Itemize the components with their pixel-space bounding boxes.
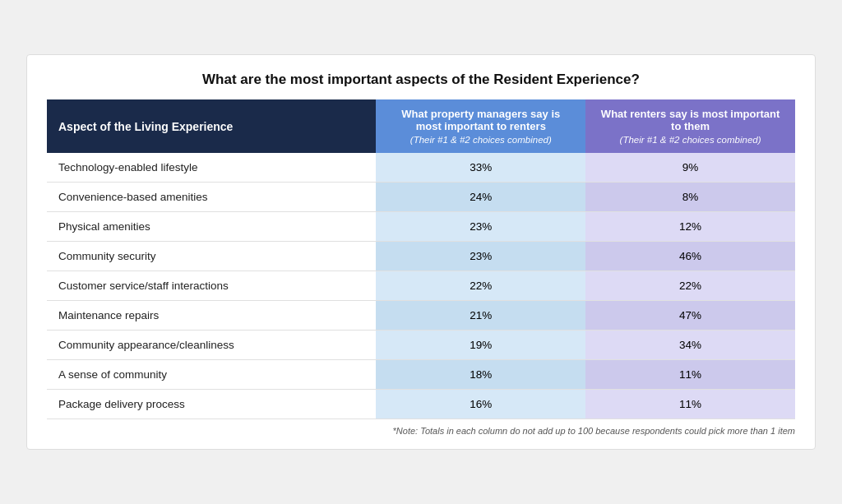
col2-header: What property managers say is most impor… bbox=[376, 99, 585, 153]
aspect-cell: Technology-enabled lifestyle bbox=[47, 153, 376, 183]
table-row: Technology-enabled lifestyle 33% 9% bbox=[47, 153, 795, 183]
aspect-cell: Convenience-based amenities bbox=[47, 183, 376, 212]
renters-cell: 47% bbox=[585, 301, 795, 331]
aspect-cell: Maintenance repairs bbox=[47, 301, 376, 331]
managers-cell: 33% bbox=[376, 153, 585, 183]
data-table: Aspect of the Living Experience What pro… bbox=[47, 99, 795, 419]
aspect-cell: Community appearance/cleanliness bbox=[47, 331, 376, 360]
renters-cell: 8% bbox=[585, 183, 795, 212]
footnote: *Note: Totals in each column do not add … bbox=[47, 426, 795, 436]
aspect-cell: A sense of community bbox=[47, 360, 376, 390]
table-row: Maintenance repairs 21% 47% bbox=[47, 301, 795, 331]
aspect-cell: Community security bbox=[47, 242, 376, 271]
renters-cell: 22% bbox=[585, 271, 795, 301]
table-row: A sense of community 18% 11% bbox=[47, 360, 795, 390]
managers-cell: 23% bbox=[376, 212, 585, 242]
managers-cell: 16% bbox=[376, 390, 585, 419]
managers-cell: 22% bbox=[376, 271, 585, 301]
aspect-cell: Customer service/staff interactions bbox=[47, 271, 376, 301]
col3-header: What renters say is most important to th… bbox=[585, 99, 795, 153]
aspect-cell: Physical amenities bbox=[47, 212, 376, 242]
table-row: Customer service/staff interactions 22% … bbox=[47, 271, 795, 301]
managers-cell: 23% bbox=[376, 242, 585, 271]
chart-card: What are the most important aspects of t… bbox=[26, 54, 816, 450]
renters-cell: 46% bbox=[585, 242, 795, 271]
table-row: Convenience-based amenities 24% 8% bbox=[47, 183, 795, 212]
table-body: Technology-enabled lifestyle 33% 9% Conv… bbox=[47, 153, 795, 419]
col1-header: Aspect of the Living Experience bbox=[47, 99, 376, 153]
managers-cell: 24% bbox=[376, 183, 585, 212]
renters-cell: 11% bbox=[585, 360, 795, 390]
renters-cell: 12% bbox=[585, 212, 795, 242]
table-row: Community security 23% 46% bbox=[47, 242, 795, 271]
table-row: Community appearance/cleanliness 19% 34% bbox=[47, 331, 795, 360]
chart-title: What are the most important aspects of t… bbox=[47, 72, 795, 88]
managers-cell: 21% bbox=[376, 301, 585, 331]
renters-cell: 9% bbox=[585, 153, 795, 183]
aspect-cell: Package delivery process bbox=[47, 390, 376, 419]
renters-cell: 34% bbox=[585, 331, 795, 360]
table-row: Physical amenities 23% 12% bbox=[47, 212, 795, 242]
managers-cell: 19% bbox=[376, 331, 585, 360]
renters-cell: 11% bbox=[585, 390, 795, 419]
table-row: Package delivery process 16% 11% bbox=[47, 390, 795, 419]
managers-cell: 18% bbox=[376, 360, 585, 390]
